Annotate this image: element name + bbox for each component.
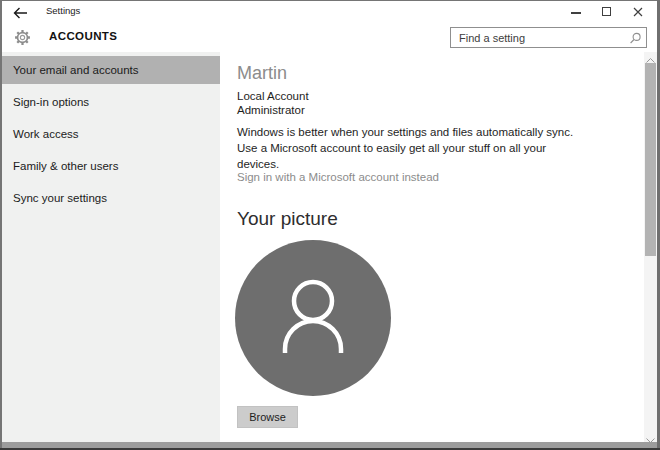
window-border <box>0 0 660 1</box>
account-role: Administrator <box>237 104 305 116</box>
sidebar-item-family-other-users[interactable]: Family & other users <box>2 152 220 180</box>
minimize-button[interactable] <box>560 1 591 22</box>
window-controls <box>560 1 653 22</box>
sidebar-item-your-email-and-accounts[interactable]: Your email and accounts <box>2 56 220 84</box>
sidebar-item-label: Work access <box>13 128 79 140</box>
sidebar-item-sync-your-settings[interactable]: Sync your settings <box>2 184 220 212</box>
sidebar-item-work-access[interactable]: Work access <box>2 120 220 148</box>
browse-button[interactable]: Browse <box>237 406 298 428</box>
back-arrow-icon <box>13 5 28 22</box>
sync-message-line: Use a Microsoft account to easily get al… <box>237 142 546 154</box>
minimize-icon <box>571 12 581 14</box>
sidebar-nav: Your email and accounts Sign-in options … <box>2 56 220 216</box>
back-button[interactable] <box>13 5 31 19</box>
sign-in-microsoft-account-link[interactable]: Sign in with a Microsoft account instead <box>237 171 439 183</box>
sidebar-item-sign-in-options[interactable]: Sign-in options <box>2 88 220 116</box>
sync-message-line: devices. <box>237 158 279 170</box>
gear-icon <box>14 29 31 50</box>
maximize-icon <box>602 7 611 16</box>
vertical-scrollbar[interactable] <box>644 52 657 443</box>
scroll-up-button[interactable] <box>644 52 657 63</box>
maximize-button[interactable] <box>591 1 622 22</box>
page-title: ACCOUNTS <box>49 30 117 42</box>
sync-message-line: Windows is better when your settings and… <box>237 126 573 138</box>
settings-window: Settings <box>0 0 660 450</box>
sidebar: Your email and accounts Sign-in options … <box>2 52 220 442</box>
window-border <box>0 0 2 450</box>
window-title: Settings <box>46 5 80 16</box>
sidebar-item-label: Family & other users <box>13 160 118 172</box>
close-icon <box>633 3 643 21</box>
user-avatar <box>235 240 391 396</box>
sidebar-item-label: Sign-in options <box>13 96 89 108</box>
window-titlebar: Settings <box>2 1 657 22</box>
search-input[interactable] <box>450 27 647 48</box>
scrollbar-thumb[interactable] <box>645 63 656 256</box>
sidebar-item-label: Your email and accounts <box>13 64 139 76</box>
account-type: Local Account <box>237 90 309 102</box>
person-icon <box>235 238 391 398</box>
browse-button-label: Browse <box>249 411 286 423</box>
sidebar-item-label: Sync your settings <box>13 192 107 204</box>
search-box <box>450 27 647 48</box>
your-picture-heading: Your picture <box>237 208 338 230</box>
page-header: ACCOUNTS <box>2 22 657 52</box>
account-name: Martin <box>237 63 287 84</box>
close-button[interactable] <box>622 1 653 22</box>
